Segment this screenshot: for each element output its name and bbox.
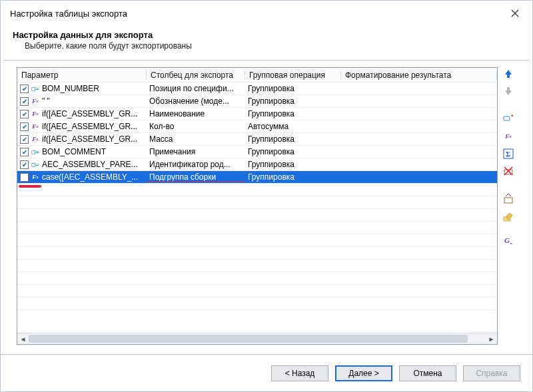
col-group-operation[interactable]: Групповая операция [245,71,341,80]
add-attribute-icon: * [503,114,514,124]
table-row-empty [17,184,497,196]
edit-formula-button[interactable] [502,192,515,206]
formula-icon: Fx [31,122,40,130]
formula-icon: Fx [504,132,513,140]
row-checkbox[interactable]: ✔ [20,135,29,144]
row-export-col: Позиция по специфи... [147,84,245,93]
svg-rect-2 [504,116,510,120]
pencil-icon [503,211,514,222]
formula-icon: Fx [31,135,40,143]
footer: < Назад Далее > Отмена Справка [1,354,532,391]
row-param: BOM_NUMBER [42,84,141,93]
back-button[interactable]: < Назад [271,365,328,381]
row-param: if([AEC_ASSEMBLY_GR... [42,134,141,144]
row-export-col: Подгруппа сборки [147,172,245,182]
add-sum-button[interactable]: Σ [502,147,515,160]
col-result-format[interactable]: Форматирование результата [341,71,497,80]
row-group-op: Группировка [245,84,341,93]
row-export-col: Примечания [147,147,245,156]
row-checkbox[interactable]: ✔ [20,110,29,118]
row-checkbox[interactable]: ✔ [20,97,29,106]
group-icon: G= [504,236,512,246]
sigma-icon: Σ [503,148,514,159]
row-export-col: Обозначение (моде... [147,97,245,106]
table-body: ✔ □= BOM_NUMBER Позиция по специфи... Гр… [17,83,497,333]
table-row-empty [17,272,497,285]
edit-column-button[interactable] [502,210,515,223]
row-group-op: Группировка [245,109,341,118]
row-checkbox[interactable]: ✔ [20,148,29,156]
cancel-button[interactable]: Отмена [399,365,456,381]
table-row-empty [17,260,497,272]
move-up-button[interactable] [502,67,515,81]
table-row[interactable]: ✔ Fx if([AEC_ASSEMBLY_GR... Масса Группи… [17,133,497,146]
attribute-icon: □= [31,85,40,93]
group-settings-button[interactable]: G= [502,235,515,248]
table-row-empty [17,222,497,234]
window-title: Настройка таблицы экспорта [10,9,504,19]
formula-icon: Fx [31,173,40,181]
row-param: if([AEC_ASSEMBLY_GR... [42,122,141,131]
row-param: " " [42,97,141,106]
col-parameter[interactable]: Параметр [17,71,147,80]
row-checkbox[interactable]: ✔ [20,122,29,131]
attribute-icon: □= [31,160,40,168]
attribute-icon: □= [31,148,40,156]
scroll-left-arrow[interactable]: ◄ [17,333,29,344]
table-row[interactable]: ✔ Fx if([AEC_ASSEMBLY_GR... Кол-во Автос… [17,120,497,133]
table-row-empty [17,247,497,260]
table-row-empty [17,196,497,209]
scroll-track[interactable] [29,333,486,344]
table-row[interactable]: Fx case([AEC_ASSEMBLY_... Подгруппа сбор… [17,171,497,184]
arrow-up-icon [504,69,513,79]
table-row[interactable]: ✔ Fx if([AEC_ASSEMBLY_GR... Наименование… [17,108,497,120]
row-checkbox[interactable] [20,173,29,182]
edit-icon [503,194,514,204]
add-formula-button[interactable]: Fx [502,130,515,143]
close-button[interactable] [504,4,526,23]
fields-table: Параметр Столбец для экспорта Групповая … [17,67,498,345]
header-divider [3,60,530,61]
delete-icon [503,166,514,176]
row-group-op: Группировка [245,160,341,169]
row-export-col: Кол-во [147,122,245,131]
table-header: Параметр Столбец для экспорта Групповая … [17,68,497,83]
table-row[interactable]: ✔ □= AEC_ASSEMBLY_PARE... Идентификатор … [17,158,497,171]
svg-text:Σ: Σ [506,150,510,158]
row-group-op: Группировка [245,147,341,156]
content: Параметр Столбец для экспорта Групповая … [17,67,516,345]
scroll-thumb[interactable] [29,335,468,343]
help-button[interactable]: Справка [463,365,520,381]
row-group-op: Группировка [245,134,341,144]
row-checkbox[interactable]: ✔ [20,160,29,169]
row-export-col: Идентификатор род... [147,160,245,169]
row-checkbox[interactable]: ✔ [20,85,29,93]
horizontal-scrollbar[interactable]: ◄ ► [17,333,497,344]
arrow-down-icon [504,87,513,96]
row-export-col: Наименование [147,109,245,118]
col-export-column[interactable]: Столбец для экспорта [147,71,245,80]
formula-icon: Fx [31,110,40,118]
toolbar: * Fx Σ [502,67,516,345]
table-row[interactable]: ✔ □= BOM_NUMBER Позиция по специфи... Гр… [17,83,497,95]
row-param: AEC_ASSEMBLY_PARE... [42,160,141,169]
row-param: BOM_COMMENT [42,147,141,156]
scroll-right-arrow[interactable]: ► [486,333,497,344]
table-row-empty [17,297,497,310]
add-attribute-button[interactable]: * [502,112,515,126]
annotation-underline [147,181,245,182]
next-button[interactable]: Далее > [335,365,392,381]
table-row-empty [17,234,497,247]
header-title: Настройка данных для экспорта [13,30,520,40]
annotation-mark [19,185,41,188]
move-down-button[interactable] [502,85,515,98]
row-param: case([AEC_ASSEMBLY_... [42,172,141,182]
formula-icon: Fx [31,97,40,105]
svg-rect-9 [504,198,512,203]
table-row[interactable]: ✔ □= BOM_COMMENT Примечания Группировка [17,146,497,158]
table-row[interactable]: ✔ Fx " " Обозначение (моде... Группировк… [17,95,497,108]
table-row-empty [17,209,497,222]
row-export-col: Масса [147,134,245,144]
delete-button[interactable] [502,164,515,178]
row-group-op: Автосумма [245,122,341,131]
